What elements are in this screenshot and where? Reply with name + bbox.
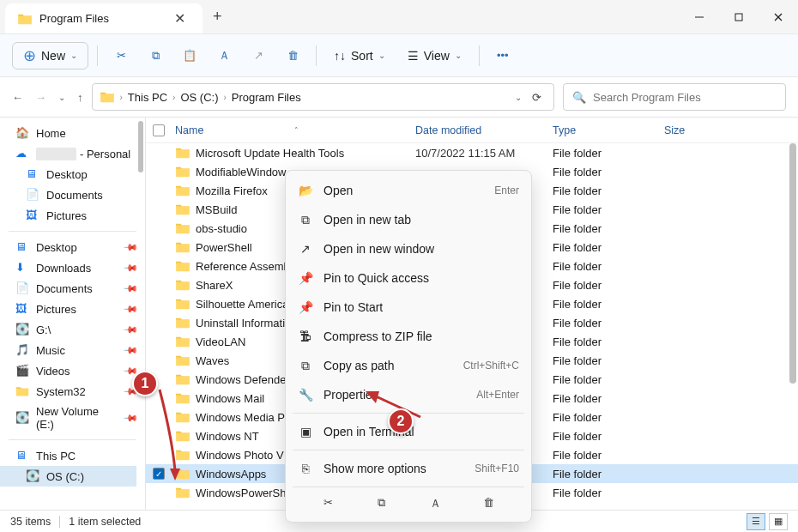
up-button[interactable]: ↑ xyxy=(77,91,83,104)
thumbnails-view-button[interactable]: ▦ xyxy=(769,513,788,530)
close-button[interactable] xyxy=(759,0,798,33)
copy-button[interactable]: ⧉ xyxy=(141,41,170,70)
maximize-button[interactable] xyxy=(719,0,759,33)
active-tab[interactable]: Program Files ✕ xyxy=(5,3,203,33)
cm-copy-path[interactable]: ⧉Copy as pathCtrl+Shift+C xyxy=(286,351,531,380)
sort-button[interactable]: ↑↓ Sort ⌄ xyxy=(325,44,394,68)
row-date: 10/7/2022 11:15 AM xyxy=(415,147,553,160)
cm-compress[interactable]: 🗜Compress to ZIP file xyxy=(286,322,531,351)
new-button[interactable]: ⊕ New ⌄ xyxy=(12,42,88,70)
breadcrumb[interactable]: › This PC › OS (C:) › Program Files ⌄ ⟳ xyxy=(92,83,555,111)
content-scrollbar[interactable] xyxy=(788,118,796,511)
chevron-down-icon[interactable]: ⌄ xyxy=(515,93,522,102)
column-header-name[interactable]: Name˄ xyxy=(175,124,415,136)
cm-pin-start[interactable]: 📌Pin to Start xyxy=(286,293,531,322)
row-name: Windows Media P xyxy=(196,411,285,424)
forward-button[interactable]: → xyxy=(35,91,46,104)
sidebar-item-downloads-pinned[interactable]: ⬇Downloads📌 xyxy=(0,257,145,278)
sidebar-item-this-pc[interactable]: 🖥This PC xyxy=(0,445,145,466)
pin-icon: 📌 xyxy=(298,271,313,285)
sidebar-item-desktop[interactable]: 🖥Desktop xyxy=(0,164,145,184)
sidebar-item-system32-pinned[interactable]: System32📌 xyxy=(0,381,145,402)
row-name: Windows Defender xyxy=(196,373,290,386)
cut-button[interactable]: ✂ xyxy=(106,41,136,70)
rename-button[interactable]: Ａ xyxy=(209,41,239,70)
folder-icon xyxy=(17,13,33,25)
cloud-icon: ☁ xyxy=(15,147,29,160)
sidebar-item-documents[interactable]: 📄Documents xyxy=(0,184,145,205)
row-type: File folder xyxy=(553,449,664,462)
cm-show-more[interactable]: ⎘Show more optionsShift+F10 xyxy=(286,454,531,483)
new-tab-icon: ⧉ xyxy=(298,213,313,227)
sidebar-item-pictures-pinned[interactable]: 🖼Pictures📌 xyxy=(0,299,145,319)
column-header-size[interactable]: Size xyxy=(664,124,733,136)
row-name: Windows Photo V xyxy=(196,449,284,462)
video-icon: 🎬 xyxy=(15,364,29,378)
copy-icon[interactable]: ⧉ xyxy=(369,496,395,511)
search-box[interactable]: 🔍 xyxy=(563,83,786,111)
new-tab-button[interactable]: + xyxy=(203,0,233,33)
select-all-checkbox[interactable] xyxy=(153,124,165,136)
pictures-icon: 🖼 xyxy=(26,209,39,222)
pictures-icon: 🖼 xyxy=(15,302,29,316)
cm-open-new-window[interactable]: ↗Open in new window xyxy=(286,234,531,263)
sidebar-item-pictures[interactable]: 🖼Pictures xyxy=(0,205,145,226)
status-item-count: 35 items xyxy=(10,516,51,528)
more-button[interactable]: ••• xyxy=(488,41,517,70)
row-type: File folder xyxy=(553,373,664,386)
chevron-down-icon[interactable]: ⌄ xyxy=(58,93,65,102)
folder-icon xyxy=(175,260,190,272)
sidebar-item-home[interactable]: 🏠Home xyxy=(0,123,145,143)
sidebar-item-music-pinned[interactable]: 🎵Music📌 xyxy=(0,340,145,360)
back-button[interactable]: ← xyxy=(12,91,23,104)
sidebar-item-newvolume-pinned[interactable]: 💽New Volume (E:)📌 xyxy=(0,402,145,434)
sidebar-scrollbar[interactable] xyxy=(136,118,145,511)
row-type: File folder xyxy=(553,430,664,443)
cm-action-row: ✂ ⧉ Ａ 🗑 xyxy=(286,491,531,517)
drive-icon: 💽 xyxy=(26,469,39,483)
breadcrumb-item[interactable]: This PC xyxy=(128,91,167,104)
annotation-arrow-1 xyxy=(151,384,194,487)
cm-open-new-tab[interactable]: ⧉Open in new tab xyxy=(286,205,531,234)
sort-indicator-icon: ˄ xyxy=(294,126,299,135)
paste-button[interactable]: 📋 xyxy=(175,41,204,70)
sidebar-item-gdrive-pinned[interactable]: 💽G:\📌 xyxy=(0,319,145,340)
folder-icon xyxy=(15,384,29,398)
row-name: Reference Assemb xyxy=(196,260,290,273)
folder-icon xyxy=(175,184,190,196)
minimize-button[interactable] xyxy=(680,0,719,33)
annotation-marker-2: 2 xyxy=(388,408,414,434)
row-type: File folder xyxy=(553,147,664,160)
view-button[interactable]: ☰ View ⌄ xyxy=(399,44,470,68)
cm-open[interactable]: 📂OpenEnter xyxy=(286,176,531,205)
breadcrumb-item[interactable]: OS (C:) xyxy=(180,91,218,104)
folder-icon xyxy=(175,373,190,385)
context-menu: 📂OpenEnter ⧉Open in new tab ↗Open in new… xyxy=(285,170,532,523)
column-headers: Name˄ Date modified Type Size xyxy=(146,118,798,143)
sidebar-item-desktop-pinned[interactable]: 🖥Desktop📌 xyxy=(0,237,145,257)
column-header-type[interactable]: Type xyxy=(553,124,664,136)
document-icon: 📄 xyxy=(15,281,29,295)
column-header-date[interactable]: Date modified xyxy=(415,124,553,136)
tab-close-button[interactable]: ✕ xyxy=(169,9,190,28)
breadcrumb-item[interactable]: Program Files xyxy=(232,91,301,104)
search-input[interactable] xyxy=(593,91,777,104)
more-icon: ⎘ xyxy=(298,462,313,475)
rename-icon[interactable]: Ａ xyxy=(422,496,448,511)
chevron-down-icon: ⌄ xyxy=(455,51,462,60)
cm-pin-quick[interactable]: 📌Pin to Quick access xyxy=(286,263,531,293)
delete-icon[interactable]: 🗑 xyxy=(476,496,502,511)
drive-icon: 💽 xyxy=(15,323,29,336)
refresh-button[interactable]: ⟳ xyxy=(527,91,547,104)
sidebar-item-documents-pinned[interactable]: 📄Documents📌 xyxy=(0,278,145,299)
sidebar-item-os-c[interactable]: 💽OS (C:) xyxy=(0,466,145,487)
delete-button[interactable]: 🗑 xyxy=(278,41,307,70)
table-row[interactable]: Microsoft Update Health Tools10/7/2022 1… xyxy=(146,143,798,162)
sidebar-item-onedrive[interactable]: ☁XXXXX - Personal xyxy=(0,143,145,164)
sidebar-item-videos-pinned[interactable]: 🎬Videos📌 xyxy=(0,360,145,381)
row-type: File folder xyxy=(553,487,664,499)
details-view-button[interactable]: ☰ xyxy=(747,513,765,530)
share-button[interactable]: ↗ xyxy=(244,41,273,70)
cut-icon[interactable]: ✂ xyxy=(315,496,341,511)
chevron-down-icon: ⌄ xyxy=(378,51,385,60)
